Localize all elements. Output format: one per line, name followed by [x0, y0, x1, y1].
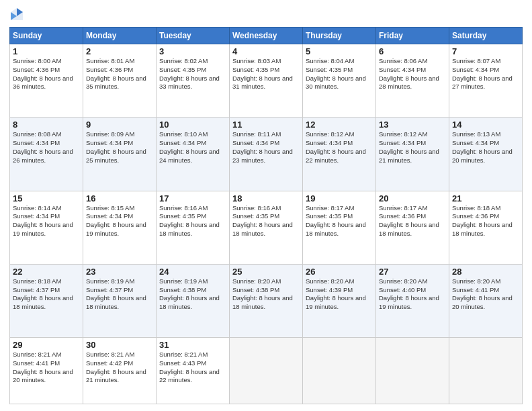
daylight-label: Daylight: 8 hours and 33 minutes.	[159, 75, 220, 91]
day-number: 10	[159, 120, 226, 130]
daylight-label: Daylight: 8 hours and 18 minutes.	[306, 221, 366, 237]
calendar-cell: 1 Sunrise: 8:00 AM Sunset: 4:36 PM Dayli…	[10, 44, 83, 118]
day-info: Sunrise: 8:01 AM Sunset: 4:36 PM Dayligh…	[86, 57, 153, 91]
sunset-label: Sunset: 4:34 PM	[452, 66, 499, 73]
sunrise-label: Sunrise: 8:20 AM	[452, 277, 500, 285]
sunrise-label: Sunrise: 8:21 AM	[159, 351, 208, 358]
sunset-label: Sunset: 4:36 PM	[13, 66, 60, 73]
weekday-header-row: SundayMondayTuesdayWednesdayThursdayFrid…	[10, 28, 523, 44]
day-info: Sunrise: 8:20 AM Sunset: 4:40 PM Dayligh…	[379, 277, 446, 312]
day-number: 28	[452, 267, 519, 277]
day-number: 14	[452, 120, 519, 130]
calendar-cell: 9 Sunrise: 8:09 AM Sunset: 4:34 PM Dayli…	[83, 118, 157, 191]
weekday-header-friday: Friday	[376, 28, 449, 44]
sunset-label: Sunset: 4:36 PM	[86, 66, 133, 73]
sunrise-label: Sunrise: 8:06 AM	[379, 57, 427, 64]
day-number: 31	[159, 340, 226, 350]
sunrise-label: Sunrise: 8:20 AM	[232, 277, 281, 285]
day-info: Sunrise: 8:02 AM Sunset: 4:35 PM Dayligh…	[159, 57, 226, 91]
daylight-label: Daylight: 8 hours and 24 minutes.	[159, 148, 220, 164]
daylight-label: Daylight: 8 hours and 21 minutes.	[379, 148, 439, 164]
sunset-label: Sunset: 4:40 PM	[379, 286, 426, 293]
sunset-label: Sunset: 4:35 PM	[159, 212, 206, 220]
day-number: 27	[379, 267, 446, 277]
sunrise-label: Sunrise: 8:14 AM	[13, 204, 61, 212]
day-info: Sunrise: 8:08 AM Sunset: 4:34 PM Dayligh…	[13, 130, 80, 165]
weekday-header-tuesday: Tuesday	[157, 28, 230, 44]
daylight-label: Daylight: 8 hours and 28 minutes.	[379, 75, 439, 91]
day-number: 25	[232, 267, 300, 277]
calendar-cell: 4 Sunrise: 8:03 AM Sunset: 4:35 PM Dayli…	[230, 44, 303, 118]
sunrise-label: Sunrise: 8:16 AM	[159, 204, 208, 212]
day-number: 24	[159, 267, 226, 277]
day-info: Sunrise: 8:19 AM Sunset: 4:38 PM Dayligh…	[159, 277, 226, 312]
sunset-label: Sunset: 4:34 PM	[232, 139, 279, 146]
calendar-cell: 5 Sunrise: 8:04 AM Sunset: 4:35 PM Dayli…	[303, 44, 376, 118]
logo-icon	[9, 7, 24, 21]
sunrise-label: Sunrise: 8:08 AM	[13, 130, 61, 138]
sunrise-label: Sunrise: 8:12 AM	[306, 130, 354, 138]
calendar-cell	[449, 338, 523, 404]
day-info: Sunrise: 8:14 AM Sunset: 4:34 PM Dayligh…	[13, 204, 80, 238]
day-number: 30	[86, 340, 153, 350]
day-number: 23	[86, 267, 153, 277]
calendar-cell: 12 Sunrise: 8:12 AM Sunset: 4:34 PM Dayl…	[303, 118, 376, 191]
day-number: 5	[306, 46, 373, 56]
calendar-cell: 18 Sunrise: 8:16 AM Sunset: 4:35 PM Dayl…	[230, 191, 303, 264]
calendar-cell: 23 Sunrise: 8:19 AM Sunset: 4:37 PM Dayl…	[83, 264, 157, 337]
day-info: Sunrise: 8:19 AM Sunset: 4:37 PM Dayligh…	[86, 277, 153, 312]
day-info: Sunrise: 8:07 AM Sunset: 4:34 PM Dayligh…	[452, 57, 519, 91]
sunrise-label: Sunrise: 8:15 AM	[86, 204, 134, 212]
sunrise-label: Sunrise: 8:21 AM	[86, 351, 134, 358]
calendar-cell: 27 Sunrise: 8:20 AM Sunset: 4:40 PM Dayl…	[376, 264, 449, 337]
calendar-cell: 30 Sunrise: 8:21 AM Sunset: 4:42 PM Dayl…	[83, 338, 157, 404]
header	[9, 7, 523, 21]
day-number: 19	[306, 193, 373, 203]
day-number: 11	[232, 120, 300, 130]
sunrise-label: Sunrise: 8:19 AM	[159, 277, 208, 285]
sunset-label: Sunset: 4:43 PM	[159, 359, 206, 367]
day-info: Sunrise: 8:12 AM Sunset: 4:34 PM Dayligh…	[379, 130, 446, 165]
calendar-week-row: 22 Sunrise: 8:18 AM Sunset: 4:37 PM Dayl…	[10, 264, 523, 337]
sunset-label: Sunset: 4:34 PM	[306, 139, 353, 146]
sunrise-label: Sunrise: 8:18 AM	[13, 277, 61, 285]
sunset-label: Sunset: 4:34 PM	[452, 139, 499, 146]
day-info: Sunrise: 8:11 AM Sunset: 4:34 PM Dayligh…	[232, 130, 300, 165]
sunrise-label: Sunrise: 8:11 AM	[232, 130, 281, 138]
sunrise-label: Sunrise: 8:07 AM	[452, 57, 500, 64]
day-info: Sunrise: 8:13 AM Sunset: 4:34 PM Dayligh…	[452, 130, 519, 165]
calendar-cell: 21 Sunrise: 8:18 AM Sunset: 4:36 PM Dayl…	[449, 191, 523, 264]
weekday-header-wednesday: Wednesday	[230, 28, 303, 44]
sunrise-label: Sunrise: 8:20 AM	[379, 277, 427, 285]
sunset-label: Sunset: 4:35 PM	[159, 66, 206, 73]
day-info: Sunrise: 8:16 AM Sunset: 4:35 PM Dayligh…	[159, 204, 226, 238]
daylight-label: Daylight: 8 hours and 19 minutes.	[13, 221, 73, 237]
calendar-cell: 16 Sunrise: 8:15 AM Sunset: 4:34 PM Dayl…	[83, 191, 157, 264]
daylight-label: Daylight: 8 hours and 27 minutes.	[452, 75, 513, 91]
day-number: 2	[86, 46, 153, 56]
daylight-label: Daylight: 8 hours and 26 minutes.	[13, 148, 73, 164]
calendar-cell: 29 Sunrise: 8:21 AM Sunset: 4:41 PM Dayl…	[10, 338, 83, 404]
sunrise-label: Sunrise: 8:10 AM	[159, 130, 208, 138]
calendar-table: SundayMondayTuesdayWednesdayThursdayFrid…	[9, 27, 523, 404]
sunset-label: Sunset: 4:36 PM	[452, 212, 499, 220]
calendar-cell: 28 Sunrise: 8:20 AM Sunset: 4:41 PM Dayl…	[449, 264, 523, 337]
sunset-label: Sunset: 4:35 PM	[306, 66, 353, 73]
day-info: Sunrise: 8:17 AM Sunset: 4:35 PM Dayligh…	[306, 204, 373, 238]
day-info: Sunrise: 8:17 AM Sunset: 4:36 PM Dayligh…	[379, 204, 446, 238]
weekday-header-saturday: Saturday	[449, 28, 523, 44]
day-number: 3	[159, 46, 226, 56]
day-number: 21	[452, 193, 519, 203]
calendar-cell: 7 Sunrise: 8:07 AM Sunset: 4:34 PM Dayli…	[449, 44, 523, 118]
calendar-cell: 13 Sunrise: 8:12 AM Sunset: 4:34 PM Dayl…	[376, 118, 449, 191]
day-info: Sunrise: 8:03 AM Sunset: 4:35 PM Dayligh…	[232, 57, 300, 91]
sunrise-label: Sunrise: 8:17 AM	[306, 204, 354, 212]
day-number: 18	[232, 193, 300, 203]
sunrise-label: Sunrise: 8:17 AM	[379, 204, 427, 212]
day-info: Sunrise: 8:20 AM Sunset: 4:39 PM Dayligh…	[306, 277, 373, 312]
day-info: Sunrise: 8:18 AM Sunset: 4:36 PM Dayligh…	[452, 204, 519, 238]
sunrise-label: Sunrise: 8:09 AM	[86, 130, 134, 138]
sunset-label: Sunset: 4:34 PM	[159, 139, 206, 146]
day-number: 4	[232, 46, 300, 56]
daylight-label: Daylight: 8 hours and 19 minutes.	[379, 294, 439, 310]
